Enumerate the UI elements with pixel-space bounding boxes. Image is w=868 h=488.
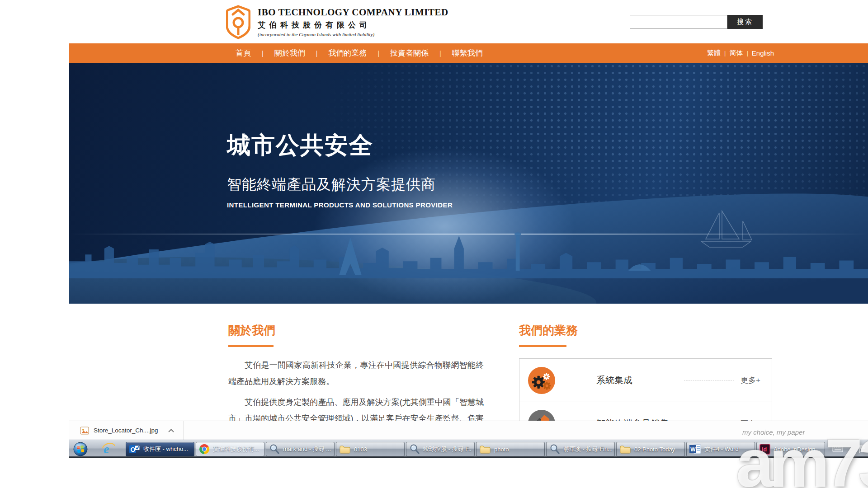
search-magnifier-icon (549, 444, 560, 455)
windows-taskbar: e O 收件匣 - whcho... (69, 440, 868, 458)
internet-explorer-icon[interactable]: e (97, 441, 120, 457)
action-center-flag-icon[interactable] (858, 444, 866, 454)
taskbar-button-label: 文件4 - Word (704, 445, 739, 453)
nav-item-investor-relations[interactable]: 投資者關係 (390, 48, 429, 58)
search-button[interactable]: 搜索 (727, 15, 763, 29)
taskbar-button-label: 艾伯科技股份有... (213, 445, 259, 453)
folder-icon (619, 444, 631, 455)
system-tray: ▲ (832, 440, 867, 457)
word-icon: W (689, 444, 701, 455)
taskbar-button-outlook[interactable]: O 收件匣 - whcho... (126, 442, 194, 456)
folder-icon (479, 444, 491, 455)
company-logo[interactable]: IBO TECHNOLOGY COMPANY LIMITED 艾伯科技股份有限公… (226, 5, 448, 39)
site-header: IBO TECHNOLOGY COMPANY LIMITED 艾伯科技股份有限公… (0, 0, 868, 43)
taskbar-button-label: 竣球控股 - 搜尋 F... (423, 445, 472, 453)
taskbar-button-label: 02 Photo Today (634, 446, 675, 453)
nav-item-home[interactable]: 首頁 (236, 48, 251, 58)
taskbar-button-label: 0103 (354, 446, 367, 453)
search-input[interactable] (630, 15, 727, 29)
business-heading-underline (519, 345, 566, 347)
downloaded-file-name: Store_Locator_Ch....jpg (94, 427, 158, 434)
about-paragraph-1: 艾伯是一間國家高新科技企業，專注在中國提供綜合物聯網智能終端產品應用及解決方案服… (228, 357, 484, 389)
taskbar-button-search-tko[interactable]: 將軍澳 - 搜尋 Fin... (546, 442, 615, 456)
indesign-icon: Id (760, 444, 770, 455)
folder-icon (339, 444, 351, 455)
nav-item-contact[interactable]: 聯繫我們 (452, 48, 483, 58)
company-incorporation-note: (incorporated in the Cayman Islands with… (258, 32, 448, 37)
nav-divider: | (439, 50, 441, 57)
business-heading: 我們的業務 (519, 323, 772, 338)
svg-text:W: W (690, 446, 696, 453)
lang-simplified[interactable]: 简体 (729, 49, 743, 57)
taskbar-button-label: photo (494, 446, 509, 453)
start-button[interactable] (73, 442, 88, 456)
hero-text-block: 城市公共安全 智能終端產品及解決方案提供商 INTELLIGENT TERMIN… (227, 130, 453, 209)
chrome-icon (199, 444, 210, 455)
about-heading-underline (228, 345, 274, 347)
svg-text:Id: Id (762, 446, 767, 453)
taskbar-button-indesign[interactable]: Id Adobe InDesign... (756, 442, 825, 456)
lang-divider: | (746, 50, 748, 56)
taskbar-button-label: Adobe InDesign... (774, 446, 820, 453)
taskbar-button-label: mark and - 搜尋 ... (283, 445, 331, 453)
lang-english[interactable]: English (752, 49, 774, 57)
hero-subtitle-en: INTELLIGENT TERMINAL PRODUCTS AND SOLUTI… (227, 201, 453, 209)
nav-divider: | (377, 50, 379, 57)
taskbar-button-chrome[interactable]: 艾伯科技股份有... (196, 442, 264, 456)
taskbar-buttons: O 收件匣 - whcho... (126, 442, 825, 456)
downloaded-file-item[interactable]: Store_Locator_Ch....jpg (80, 426, 158, 435)
about-heading: 關於我們 (228, 323, 484, 338)
sailing-ship-sketch (692, 207, 760, 250)
nav-item-business[interactable]: 我們的業務 (328, 48, 367, 58)
chevron-up-icon[interactable] (165, 425, 177, 436)
nav-items: 首頁 | 關於我們 | 我們的業務 | 投資者關係 | 聯繫我們 (236, 43, 483, 63)
shelf-divider (184, 421, 184, 440)
more-link[interactable]: 更多+ (741, 375, 760, 385)
hero-title: 城市公共安全 (227, 130, 453, 161)
hero-banner: 城市公共安全 智能終端產品及解決方案提供商 INTELLIGENT TERMIN… (69, 63, 868, 304)
taskbar-button-folder-photo-today[interactable]: 02 Photo Today (616, 442, 685, 456)
nav-item-about[interactable]: 關於我們 (274, 48, 305, 58)
taskbar-button-label: 收件匣 - whcho... (143, 445, 188, 453)
company-name-en: IBO TECHNOLOGY COMPANY LIMITED (258, 7, 448, 18)
company-name-zh: 艾伯科技股份有限公司 (258, 20, 448, 30)
show-hidden-icons-button[interactable]: ▲ (849, 446, 853, 451)
shield-logo-icon (226, 5, 250, 39)
taskbar-button-search-mark-and[interactable]: mark and - 搜尋 ... (266, 442, 335, 456)
keyboard-input-icon[interactable] (832, 445, 843, 452)
dashed-divider (684, 380, 734, 380)
download-shelf: Store_Locator_Ch....jpg (69, 421, 868, 440)
company-name-block: IBO TECHNOLOGY COMPANY LIMITED 艾伯科技股份有限公… (258, 5, 448, 37)
business-item-label: 系統集成 (596, 374, 678, 386)
language-switcher: 繁體 | 简体 | English (707, 43, 774, 63)
business-item-system-integration[interactable]: 系統集成 更多+ (519, 359, 772, 402)
search-magnifier-icon (269, 444, 280, 455)
taskbar-button-label: 將軍澳 - 搜尋 Fin... (563, 445, 612, 453)
taskbar-button-folder-photo[interactable]: photo (476, 442, 545, 456)
search-magnifier-icon (409, 444, 420, 455)
desktop-screenshot: IBO TECHNOLOGY COMPANY LIMITED 艾伯科技股份有限公… (0, 0, 868, 488)
nav-divider: | (262, 50, 264, 57)
main-navbar: 首頁 | 關於我們 | 我們的業務 | 投資者關係 | 聯繫我們 繁體 | 简体… (69, 43, 868, 63)
taskbar-button-folder-0103[interactable]: 0103 (336, 442, 405, 456)
lang-traditional[interactable]: 繁體 (707, 49, 721, 57)
image-file-icon (80, 426, 89, 435)
taskbar-button-word[interactable]: W 文件4 - Word (686, 442, 755, 456)
taskbar-button-search-holdings[interactable]: 竣球控股 - 搜尋 F... (406, 442, 475, 456)
hero-subtitle-zh: 智能終端產品及解決方案提供商 (227, 175, 453, 195)
search-box: 搜索 (630, 15, 763, 29)
lang-divider: | (724, 50, 726, 56)
nav-divider: | (316, 50, 318, 57)
gears-icon (528, 366, 556, 394)
outlook-icon: O (129, 444, 140, 455)
svg-text:O: O (131, 446, 136, 453)
